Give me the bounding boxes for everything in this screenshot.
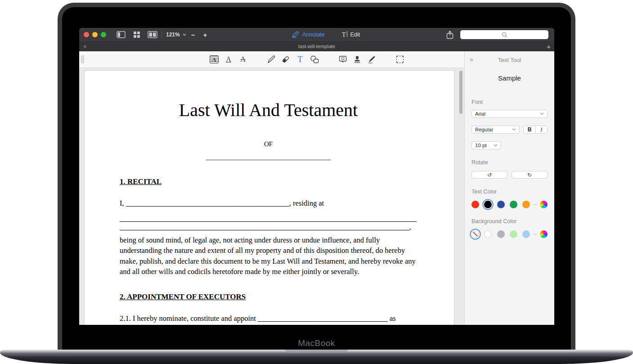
pencil-tool-icon[interactable] — [266, 54, 277, 65]
bold-button[interactable]: B — [524, 126, 535, 133]
background-color-swatches — [471, 230, 548, 238]
font-family-dropdown[interactable]: Arial — [471, 110, 548, 118]
minimize-window-button[interactable] — [92, 32, 98, 37]
search-icon — [502, 32, 507, 38]
font-sample-preview: Sample — [471, 74, 548, 82]
chevron-down-icon — [183, 33, 186, 36]
zoom-out-button[interactable]: − — [188, 31, 198, 39]
toolbar-drag-handle[interactable] — [81, 55, 85, 63]
bold-italic-segment: B I — [523, 126, 548, 134]
recital-line-1: I, _____________________________________… — [120, 198, 417, 209]
text-color-section-label: Text Color — [471, 189, 548, 195]
chevron-down-icon — [540, 112, 544, 115]
annotation-toolbar: A A A — [79, 51, 464, 68]
bg-color-custom-picker[interactable] — [540, 230, 548, 238]
vertical-scrollbar[interactable] — [459, 71, 462, 114]
text-color-red[interactable] — [471, 201, 479, 208]
select-tool-icon[interactable] — [395, 54, 405, 65]
text-color-swatches — [471, 201, 548, 208]
macbook-mockup: 121% − + Annotate T Edit — [0, 0, 633, 364]
executors-body: 2.1. I hereby nominate, constitute and a… — [120, 313, 417, 325]
rotate-ccw-button[interactable]: ↺ — [471, 171, 507, 179]
toolbar-divider — [162, 31, 162, 38]
of-label: OF — [120, 140, 417, 148]
italic-button[interactable]: I — [536, 126, 547, 133]
close-window-button[interactable] — [84, 32, 89, 37]
search-input[interactable] — [460, 30, 549, 40]
share-icon[interactable] — [446, 31, 453, 39]
text-color-black[interactable] — [484, 201, 492, 208]
font-style-dropdown[interactable]: Regular — [471, 126, 520, 134]
strikethrough-tool-icon[interactable]: A — [238, 54, 248, 65]
font-size-value: 10 pt — [475, 143, 487, 148]
underline-tool-icon[interactable]: A — [223, 54, 234, 65]
rotate-ccw-icon: ↺ — [487, 172, 492, 178]
recital-blank-line-1: ________________________________________… — [120, 214, 417, 223]
collapse-sidebar-icon[interactable]: » — [470, 56, 473, 63]
laptop-lid-notch — [285, 350, 348, 353]
signature-tool-icon[interactable] — [366, 54, 377, 65]
text-tool-sidebar: » Text Tool Sample Font Arial Regular B — [464, 51, 554, 325]
bg-color-gray[interactable] — [497, 230, 505, 238]
annotate-mode-tab[interactable]: Annotate — [292, 31, 325, 38]
background-color-section-label: Background Color — [471, 218, 548, 225]
text-color-custom-picker[interactable] — [540, 201, 548, 208]
font-section-label: Font — [471, 99, 548, 105]
section-heading-executors: 2. APPOINTMENT OF EXECUTORS — [120, 292, 417, 301]
main-toolbar: 121% − + Annotate T Edit — [79, 28, 554, 42]
edit-text-icon: T — [342, 31, 347, 39]
edit-label: Edit — [350, 31, 360, 38]
document-title: Last Will And Testament — [120, 99, 417, 121]
edit-mode-tab[interactable]: T Edit — [342, 31, 360, 39]
annotate-label: Annotate — [302, 31, 325, 38]
eraser-tool-icon[interactable] — [280, 54, 291, 65]
tab-title[interactable]: last-will-template — [79, 44, 554, 49]
chevron-down-icon — [512, 128, 516, 131]
recital-blank-line-2: ________________________________________… — [120, 223, 417, 231]
tab-bar: × last-will-template + — [79, 42, 554, 51]
font-size-dropdown[interactable]: 10 pt — [471, 141, 501, 149]
swatch-separator — [534, 234, 537, 235]
font-family-value: Arial — [475, 111, 485, 117]
window-controls — [84, 32, 106, 37]
stamp-tool-icon[interactable] — [352, 54, 363, 65]
macbook-brand-label: MacBook — [58, 338, 575, 348]
two-page-view-icon[interactable] — [148, 31, 157, 39]
sidebar-title: Text Tool — [471, 57, 548, 63]
text-color-green[interactable] — [510, 201, 517, 208]
pdf-page[interactable]: Last Will And Testament OF _____________… — [84, 70, 454, 325]
zoom-in-button[interactable]: + — [200, 31, 210, 39]
bg-color-light-green[interactable] — [510, 230, 517, 238]
bg-color-light-blue[interactable] — [522, 230, 530, 238]
thumbnails-view-icon[interactable] — [132, 31, 142, 39]
chevron-down-icon — [494, 144, 498, 147]
name-blank-line: _____________________________________ — [120, 153, 417, 161]
shapes-tool-icon[interactable] — [309, 54, 320, 65]
document-column: A A A — [79, 51, 464, 325]
rotate-cw-icon: ↻ — [527, 172, 532, 178]
expand-window-button[interactable] — [101, 32, 106, 37]
bg-color-white[interactable] — [484, 230, 492, 238]
font-style-value: Regular — [475, 127, 493, 132]
text-tool-icon[interactable]: T — [295, 54, 305, 65]
section-heading-recital: 1. RECITAL — [120, 177, 417, 186]
new-tab-button[interactable]: + — [547, 43, 551, 50]
note-tool-icon[interactable] — [337, 54, 348, 65]
text-color-orange[interactable] — [522, 201, 530, 208]
pdf-editor-window: 121% − + Annotate T Edit — [79, 28, 554, 325]
recital-body: being of sound mind, of legal age, not a… — [120, 235, 417, 277]
zoom-level-dropdown[interactable]: 121% — [166, 31, 180, 38]
text-color-blue[interactable] — [497, 201, 505, 208]
highlight-tool-icon[interactable]: A — [209, 54, 220, 65]
rotate-section-label: Rotate — [471, 159, 548, 166]
document-viewport[interactable]: Last Will And Testament OF _____________… — [79, 68, 464, 325]
rotate-cw-button[interactable]: ↻ — [512, 171, 548, 179]
swatch-separator — [534, 204, 537, 205]
annotate-pen-icon — [292, 31, 299, 38]
bg-color-none[interactable] — [471, 230, 479, 238]
sidebar-panel-icon[interactable] — [116, 31, 126, 39]
